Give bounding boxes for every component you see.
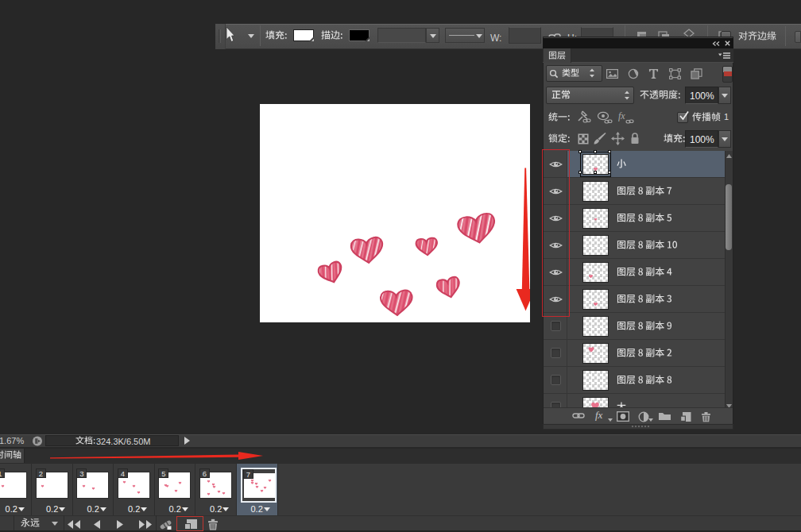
svg-text:fx: fx bbox=[618, 110, 625, 121]
